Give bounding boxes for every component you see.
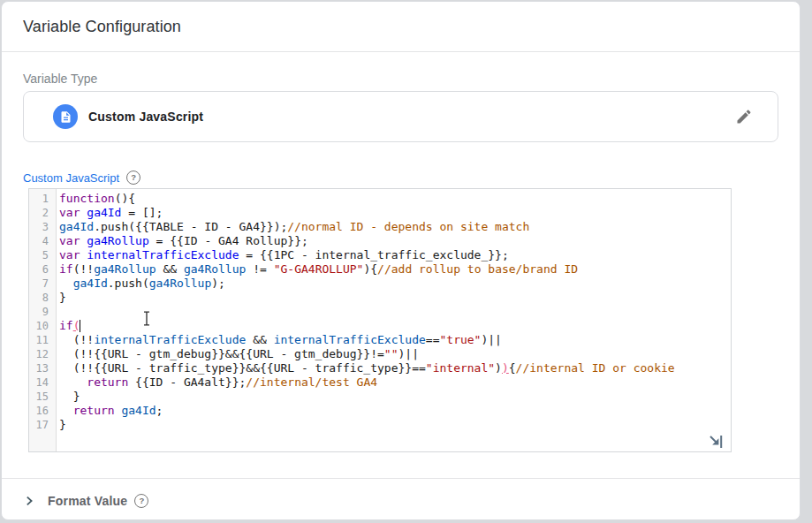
format-value-section[interactable]: Format Value ?: [2, 478, 800, 520]
line-number: 14: [29, 375, 56, 390]
page-title: Variable Configuration: [23, 18, 181, 36]
document-icon: [59, 110, 72, 124]
code-line-text: var ga4Rollup = {{ID - GA4 Rollup}};: [56, 234, 308, 248]
edit-variable-type-button[interactable]: [735, 108, 753, 125]
code-line: 6if(!!ga4Rollup && ga4Rollup != "G-GA4RO…: [29, 262, 731, 277]
line-number: 4: [29, 234, 56, 248]
code-line: 9: [29, 305, 731, 319]
card-header: Variable Configuration: [2, 2, 800, 52]
line-number: 1: [29, 192, 56, 206]
line-number: 7: [29, 277, 56, 291]
code-editor[interactable]: 1function(){2var ga4Id = [];3ga4Id.push(…: [28, 188, 732, 452]
code-line-text: [56, 305, 59, 319]
help-icon[interactable]: ?: [126, 171, 140, 185]
line-number: 8: [29, 291, 56, 305]
line-number: 2: [29, 206, 56, 220]
code-line-text: if(: [56, 319, 80, 333]
line-number: 15: [29, 390, 56, 404]
code-line-text: }: [56, 390, 80, 404]
line-number: 10: [29, 319, 56, 333]
code-line-text: return ga4Id;: [56, 404, 163, 418]
code-line: 3ga4Id.push({{TABLE - ID - GA4}});//norm…: [29, 220, 731, 234]
variable-type-selector[interactable]: Custom JavaScript: [23, 91, 778, 142]
code-rows: 1function(){2var ga4Id = [];3ga4Id.push(…: [29, 189, 731, 432]
line-number: 3: [29, 220, 56, 234]
code-line: 5var internalTrafficExclude = {{1PC - in…: [29, 248, 731, 262]
line-number: 17: [29, 418, 56, 432]
line-number: 9: [29, 305, 56, 319]
code-line: 17}: [29, 418, 731, 432]
code-line-text: var internalTrafficExclude = {{1PC - int…: [56, 248, 509, 262]
code-line: 16 return ga4Id;: [29, 404, 731, 418]
format-value-label: Format Value: [48, 494, 127, 508]
code-line-text: (!!internalTrafficExclude && internalTra…: [56, 333, 502, 347]
code-line-text: if(!!ga4Rollup && ga4Rollup != "G-GA4ROL…: [56, 262, 578, 277]
help-glyph: ?: [139, 496, 144, 505]
code-line: 14 return {{ID - GA4alt}};//internal/tes…: [29, 375, 731, 390]
code-line-text: (!!{{URL - gtm_debug}}&&{{URL - gtm_debu…: [56, 347, 419, 361]
custom-javascript-field-header: Custom JavaScript ?: [23, 171, 778, 185]
line-number: 5: [29, 248, 56, 262]
resize-editor-icon[interactable]: [708, 434, 724, 450]
card-body: Variable Type Custom JavaScript Custom J…: [2, 52, 800, 452]
code-line: 1function(){: [29, 192, 731, 206]
code-line: 8}: [29, 291, 731, 305]
code-line-text: }: [56, 291, 66, 305]
line-number: 16: [29, 404, 56, 418]
code-line: 10if(: [29, 319, 731, 333]
code-line-text: }: [56, 418, 66, 432]
line-number: 13: [29, 361, 56, 375]
code-line-text: ga4Id.push(ga4Rollup);: [56, 277, 225, 291]
code-line-text: return {{ID - GA4alt}};//internal/test G…: [56, 375, 377, 390]
variable-type-label: Variable Type: [23, 72, 778, 86]
chevron-right-icon[interactable]: [23, 495, 35, 507]
code-line-text: ga4Id.push({{TABLE - ID - GA4}});//norma…: [56, 220, 529, 234]
line-number: 11: [29, 333, 56, 347]
line-number: 6: [29, 262, 56, 277]
custom-javascript-field-label[interactable]: Custom JavaScript: [23, 171, 119, 185]
help-glyph: ?: [131, 173, 136, 182]
pencil-icon: [735, 108, 753, 125]
code-line: 7 ga4Id.push(ga4Rollup);: [29, 277, 731, 291]
code-line: 13 (!!{{URL - traffic_type}}&&{{URL - tr…: [29, 361, 731, 375]
code-line: 11 (!!internalTrafficExclude && internal…: [29, 333, 731, 347]
help-icon[interactable]: ?: [134, 494, 148, 508]
code-line-text: var ga4Id = [];: [56, 206, 163, 220]
line-number: 12: [29, 347, 56, 361]
code-line: 15 }: [29, 390, 731, 404]
variable-type-value: Custom JavaScript: [88, 110, 203, 124]
code-line-text: function(){: [56, 192, 135, 206]
code-line: 12 (!!{{URL - gtm_debug}}&&{{URL - gtm_d…: [29, 347, 731, 361]
text-caret: [80, 320, 80, 332]
code-line: 4var ga4Rollup = {{ID - GA4 Rollup}};: [29, 234, 731, 248]
code-line-text: (!!{{URL - traffic_type}}&&{{URL - traff…: [56, 361, 675, 375]
variable-configuration-card: Variable Configuration Variable Type Cus…: [1, 1, 801, 520]
code-line: 2var ga4Id = [];: [29, 206, 731, 220]
custom-javascript-type-icon: [53, 104, 78, 129]
